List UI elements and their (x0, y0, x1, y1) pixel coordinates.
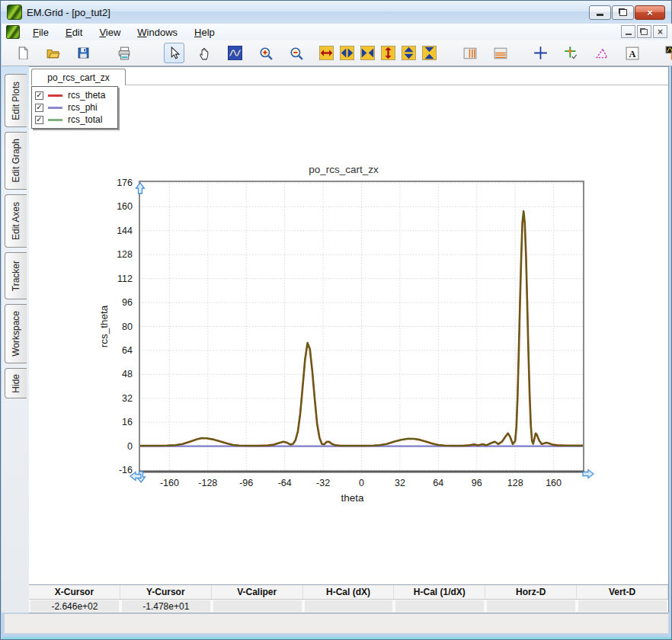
legend-swatch-rcs-total (48, 119, 62, 121)
text-annotation-button[interactable]: A (622, 43, 642, 63)
menu-windows[interactable]: Windows (130, 25, 184, 40)
mdi-restore-button[interactable] (637, 25, 651, 38)
chart-plot-area[interactable]: -160-128-96-64-320326496128160-160163248… (30, 68, 668, 583)
sidebar-tab-edit-graph[interactable]: Edit Graph (5, 132, 27, 190)
x-tick-label: 96 (472, 478, 482, 488)
legend-checkbox-rcs-total[interactable] (35, 116, 43, 124)
zoom-out-button[interactable] (286, 43, 306, 63)
header-v-caliper: V-Caliper (212, 585, 303, 599)
expand-x-icon (319, 46, 334, 60)
shrink-y-button[interactable] (419, 43, 440, 63)
mdi-close-button[interactable]: × (653, 25, 667, 38)
y-axis-label: rcs_theta (98, 305, 110, 347)
axis-handle-top[interactable] (136, 183, 145, 194)
open-button[interactable] (43, 43, 63, 63)
sidebar-tab-edit-plots[interactable]: Edit Plots (5, 74, 27, 127)
sidebar-tab-hide[interactable]: Hide (5, 368, 27, 398)
legend-item[interactable]: rcs_phi (35, 101, 114, 114)
app-window: EM.Grid - [po_tut2] × File Edit View Win… (0, 0, 672, 640)
plot-properties-button[interactable] (662, 43, 672, 63)
sidebar: Edit Plots Edit Graph Edit Axes Tracker … (2, 66, 29, 613)
sidebar-tab-workspace[interactable]: Workspace (5, 304, 27, 363)
y-tick-label: 32 (122, 393, 133, 404)
zoom-region-icon (228, 46, 242, 60)
mdi-restore-icon (641, 29, 648, 35)
y-tick-label: 128 (117, 249, 133, 260)
legend-swatch-rcs-phi (48, 107, 62, 109)
x-tick-label: -128 (198, 478, 217, 488)
zoom-region-button[interactable] (225, 43, 245, 63)
legend-label: rcs_total (68, 114, 102, 125)
spread-x-button[interactable] (337, 43, 357, 63)
value-h-cal-dx (305, 600, 393, 612)
x-tick-label: -32 (316, 478, 330, 488)
y-tick-label: 64 (122, 345, 133, 356)
toolbar: A Layout (2, 40, 672, 66)
select-cursor-button[interactable] (164, 43, 184, 63)
vertical-stripes-button[interactable] (459, 43, 480, 63)
mdi-minimize-button[interactable] (621, 25, 635, 38)
title-bar[interactable]: EM.Grid - [po_tut2] × (1, 1, 671, 24)
y-tick-label: 112 (117, 274, 133, 284)
chart-title: po_rcs_cart_zx (123, 164, 565, 175)
x-tick-label: 64 (433, 478, 443, 488)
legend-item[interactable]: rcs_total (35, 114, 114, 126)
print-button[interactable] (114, 43, 134, 63)
x-tick-label: 160 (546, 478, 562, 488)
save-icon (77, 46, 90, 59)
restore-button[interactable] (612, 5, 634, 20)
open-folder-icon (46, 46, 60, 60)
cursor-readout-table: X-Cursor Y-Cursor V-Caliper H-Cal (dX) H… (29, 584, 668, 613)
minimize-button[interactable] (589, 5, 611, 20)
horizontal-stripes-button[interactable] (490, 43, 510, 63)
save-button[interactable] (73, 43, 94, 63)
caliper-button[interactable] (591, 43, 612, 63)
close-button[interactable]: × (635, 5, 665, 20)
expand-y-button[interactable] (378, 43, 398, 63)
menu-view[interactable]: View (92, 25, 127, 40)
x-tick-label: -160 (160, 478, 179, 488)
window-title: EM.Grid - [po_tut2] (27, 7, 110, 18)
menu-edit[interactable]: Edit (59, 25, 89, 40)
print-icon (117, 46, 131, 60)
x-tick-label: 0 (359, 478, 364, 488)
y-tick-label: 80 (122, 322, 133, 332)
expand-x-button[interactable] (316, 43, 337, 63)
legend-item[interactable]: rcs_theta (35, 89, 114, 101)
caliper-triangle-icon (595, 46, 609, 60)
shrink-y-icon (422, 46, 437, 60)
shrink-x-icon (360, 46, 375, 60)
header-x-cursor: X-Cursor (29, 585, 120, 599)
menu-file[interactable]: File (26, 25, 56, 40)
cross-cursor-button[interactable] (530, 43, 551, 63)
header-h-cal-1dx: H-Cal (1/dX) (394, 585, 485, 599)
cursor-table-value-row: -2.646e+02 -1.478e+01 (29, 600, 668, 613)
value-vert-d (578, 600, 667, 612)
shrink-x-button[interactable] (357, 43, 378, 63)
menu-help[interactable]: Help (187, 25, 222, 40)
app-logo-icon (7, 5, 22, 20)
pan-hand-button[interactable] (194, 43, 215, 63)
zoom-in-button[interactable] (255, 43, 276, 63)
tracker-button[interactable] (561, 43, 581, 63)
sidebar-tab-edit-axes[interactable]: Edit Axes (5, 194, 27, 248)
legend-checkbox-rcs-phi[interactable] (35, 104, 43, 112)
x-axis-label: theta (341, 492, 364, 504)
header-h-cal-dx: H-Cal (dX) (303, 585, 395, 599)
new-document-button[interactable] (12, 43, 33, 63)
value-y-cursor: -1.478e+01 (122, 600, 210, 612)
value-v-caliper (213, 600, 302, 612)
new-document-icon (16, 46, 29, 59)
legend-box[interactable]: rcs_theta rcs_phi rcs_total (31, 86, 118, 129)
value-x-cursor: -2.646e+02 (30, 600, 119, 612)
x-tick-label: -64 (278, 478, 292, 488)
minimize-icon (597, 14, 603, 16)
mdi-minimize-icon (626, 34, 632, 35)
sidebar-tab-tracker[interactable]: Tracker (5, 252, 27, 299)
close-icon: × (647, 8, 653, 18)
restore-icon (619, 9, 627, 16)
legend-checkbox-rcs-theta[interactable] (35, 91, 43, 100)
axis-handle-right[interactable] (583, 470, 594, 478)
spread-y-button[interactable] (398, 43, 419, 63)
window-bottom-accent (2, 637, 671, 639)
